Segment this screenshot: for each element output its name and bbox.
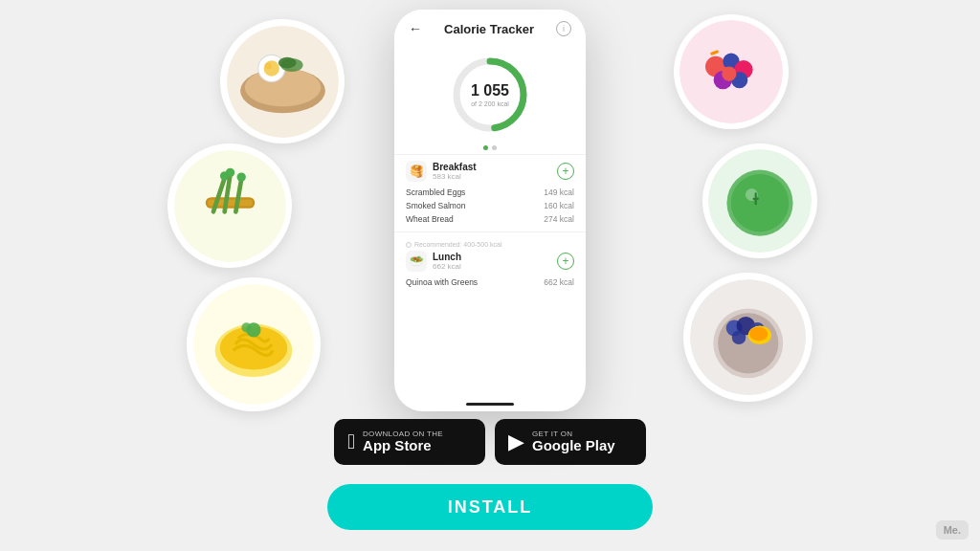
app-store-name: App Store: [363, 438, 443, 454]
calorie-ring-container: 1 055 of 2 200 kcal: [394, 44, 586, 142]
breakfast-item-0-kcal: 149 kcal: [544, 187, 574, 197]
plate-berries: [674, 14, 789, 129]
dots-row: [394, 142, 586, 154]
svg-point-44: [749, 327, 768, 342]
svg-point-24: [236, 172, 245, 181]
breakfast-emoji: 🥞: [406, 161, 427, 182]
lunch-icon-title: 🥗 Lunch 662 kcal: [406, 251, 461, 272]
svg-point-14: [722, 67, 736, 81]
lunch-name: Lunch: [433, 252, 461, 262]
breakfast-item-2-name: Wheat Bread: [406, 214, 454, 224]
lunch-section: Recommended: 400-500 kcal 🥗 Lunch 662 kc…: [394, 231, 586, 295]
dot-active: [483, 145, 488, 150]
main-container: ← Calorie Tracker i 1 055 of 2 200 kcal: [0, 0, 980, 551]
recommended-text: Recommended: 400-500 kcal: [414, 241, 501, 248]
dot-inactive: [492, 145, 497, 150]
lunch-header: 🥗 Lunch 662 kcal +: [406, 251, 574, 272]
svg-point-5: [264, 62, 271, 69]
lunch-item-0-kcal: 662 kcal: [544, 277, 574, 287]
lunch-item-0-name: Quinoa with Greens: [406, 277, 478, 287]
breakfast-kcal: 583 kcal: [433, 172, 477, 181]
store-buttons:  Download on the App Store ▶ GET IT ON …: [334, 419, 646, 465]
google-play-button[interactable]: ▶ GET IT ON Google Play: [495, 419, 646, 465]
lunch-kcal: 662 kcal: [433, 262, 461, 271]
breakfast-item-2: Wheat Bread 274 kcal: [406, 212, 574, 226]
breakfast-item-0-name: Scrambled Eggs: [406, 187, 465, 197]
google-play-text: GET IT ON Google Play: [532, 430, 615, 454]
calories-total: of 2 200 kcal: [471, 100, 509, 107]
google-play-name: Google Play: [532, 438, 615, 454]
phone-header: ← Calorie Tracker i: [394, 10, 586, 44]
phone-mockup: ← Calorie Tracker i 1 055 of 2 200 kcal: [394, 10, 586, 411]
breakfast-name-group: Breakfast 583 kcal: [433, 162, 477, 181]
plate-greensoup: [702, 143, 817, 258]
google-play-icon: ▶: [508, 430, 524, 454]
phone-bottom-bar: [466, 403, 514, 406]
lunch-item-0: Quinoa with Greens 662 kcal: [406, 276, 574, 289]
svg-rect-30: [752, 198, 758, 200]
watermark: Me.: [936, 520, 969, 540]
svg-point-7: [278, 56, 296, 68]
breakfast-header: 🥞 Breakfast 583 kcal +: [406, 161, 574, 182]
breakfast-item-1-name: Smoked Salmon: [406, 201, 465, 210]
svg-point-35: [241, 322, 251, 332]
lunch-emoji: 🥗: [406, 251, 427, 272]
plate-pasta: [187, 277, 321, 411]
breakfast-item-1: Smoked Salmon 160 kcal: [406, 199, 574, 212]
lunch-add-button[interactable]: +: [557, 253, 574, 270]
svg-point-27: [731, 174, 789, 231]
back-icon: ←: [409, 21, 422, 36]
svg-point-22: [225, 167, 234, 176]
breakfast-item-1-kcal: 160 kcal: [544, 201, 574, 210]
plate-asparagus: [167, 143, 292, 268]
info-icon: i: [556, 21, 571, 36]
ring-wrapper: 1 055 of 2 200 kcal: [447, 52, 533, 138]
breakfast-name: Breakfast: [433, 162, 477, 172]
breakfast-add-button[interactable]: +: [557, 163, 574, 180]
breakfast-item-2-kcal: 274 kcal: [544, 214, 574, 224]
plate-oats: [683, 273, 813, 402]
breakfast-item-0: Scrambled Eggs 149 kcal: [406, 186, 574, 199]
apple-icon: : [347, 430, 355, 454]
app-store-button[interactable]:  Download on the App Store: [334, 419, 485, 465]
rec-dot: [406, 242, 412, 248]
breakfast-icon-title: 🥞 Breakfast 583 kcal: [406, 161, 477, 182]
install-label: INSTALL: [448, 497, 533, 518]
recommended-label: Recommended: 400-500 kcal: [406, 241, 574, 248]
ring-text: 1 055 of 2 200 kcal: [471, 83, 509, 107]
install-button[interactable]: INSTALL: [327, 484, 653, 530]
app-store-text: Download on the App Store: [363, 430, 443, 454]
breakfast-section: 🥞 Breakfast 583 kcal + Scrambled Eggs 14…: [394, 154, 586, 231]
phone-title: Calorie Tracker: [444, 22, 534, 36]
plate-toast: [220, 19, 345, 143]
lunch-name-group: Lunch 662 kcal: [433, 252, 461, 271]
svg-point-42: [731, 330, 746, 344]
calories-value: 1 055: [471, 83, 509, 99]
